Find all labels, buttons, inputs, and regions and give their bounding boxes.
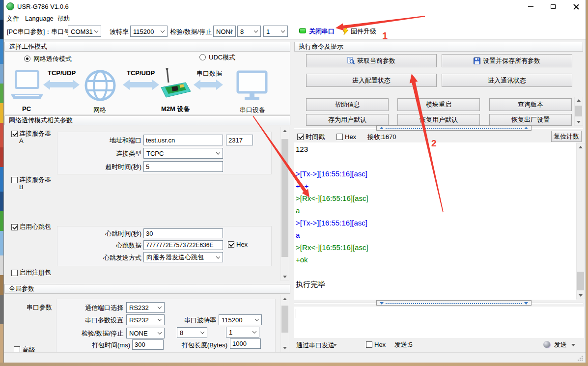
tcp-udp-label-1: TCP/UDP xyxy=(48,69,76,77)
log-line: 执行完毕 xyxy=(296,278,574,290)
parity-global-select[interactable]: NONE xyxy=(126,328,165,338)
commands-header: 执行命令及提示 xyxy=(294,42,583,52)
serial-set-select[interactable]: RS232 xyxy=(126,314,165,325)
radio-transparent-mode[interactable] xyxy=(24,56,30,62)
get-params-button[interactable]: 获取当前参数 xyxy=(306,54,437,67)
splitter-arrow-icon[interactable] xyxy=(380,127,384,129)
scroll-down-icon[interactable] xyxy=(283,276,287,278)
scroll-up-icon[interactable] xyxy=(577,99,581,102)
scroll-up-icon[interactable] xyxy=(283,298,287,300)
conn-type-select[interactable]: TCPC xyxy=(143,148,223,159)
save-user-default-button[interactable]: 存为用户默认 xyxy=(306,114,389,126)
close-button[interactable] xyxy=(568,0,584,13)
timeout-input[interactable] xyxy=(143,161,223,172)
hb-time-input[interactable] xyxy=(143,228,223,238)
scrollbar-thumb[interactable] xyxy=(577,272,584,290)
resize-grip[interactable] xyxy=(578,356,583,361)
help-info-button[interactable]: 帮助信息 xyxy=(306,98,389,111)
scroll-down-icon[interactable] xyxy=(283,347,287,349)
chevron-down-icon xyxy=(216,150,220,154)
chevron-down-icon xyxy=(252,329,256,333)
com-port-select[interactable]: COM31 xyxy=(68,26,101,37)
udc-mode-label: UDC模式 xyxy=(209,54,235,61)
hb-mode-select[interactable]: 向服务器发送心跳包 xyxy=(143,252,223,262)
scroll-up-icon[interactable] xyxy=(579,146,583,148)
save-params-button[interactable]: 设置并保存所有参数 xyxy=(442,54,572,67)
send-via-caret-icon[interactable] xyxy=(333,344,337,346)
send-via-dropdown[interactable]: 通过串口发送 xyxy=(296,341,335,349)
arrow-left xyxy=(43,80,80,90)
scroll-down-icon[interactable] xyxy=(579,294,583,297)
app-icon xyxy=(6,2,14,10)
tcp-udp-label-2: TCP/UDP xyxy=(127,69,155,77)
data-bits-global-select[interactable]: 8 xyxy=(177,327,207,338)
comm-port-type-select[interactable]: RS232 xyxy=(126,302,165,313)
serial-data-label: 串口数据 xyxy=(196,70,222,77)
serial-open-indicator xyxy=(299,28,306,33)
serial-set-label: 串口参数设置 xyxy=(68,316,123,324)
com-port-value: COM31 xyxy=(71,28,93,35)
parity-select[interactable]: NONI xyxy=(213,26,236,37)
query-version-button[interactable]: 查询版本 xyxy=(489,98,572,111)
send-hex-checkbox[interactable] xyxy=(366,341,372,348)
server-a-checkbox[interactable] xyxy=(11,131,18,137)
heartbeat-checkbox[interactable] xyxy=(11,224,18,230)
scrollbar-thumb[interactable] xyxy=(281,306,288,333)
register-checkbox[interactable] xyxy=(11,270,18,276)
send-input-area[interactable] xyxy=(294,307,584,338)
send-button[interactable]: 发送 xyxy=(554,341,567,348)
title-bar[interactable]: USR-G786 V1.0.6 xyxy=(4,0,586,13)
stop-bits-global-select[interactable]: 1 xyxy=(226,327,259,338)
menu-language[interactable]: Language xyxy=(25,15,54,22)
menu-file[interactable]: 文件 xyxy=(6,15,19,22)
menu-help[interactable]: 帮助 xyxy=(57,15,70,22)
radio-udc-mode[interactable] xyxy=(199,54,206,60)
chevron-down-icon xyxy=(200,330,204,334)
commands-scrollbar[interactable] xyxy=(574,97,583,126)
minimize-button[interactable] xyxy=(523,0,538,13)
factory-reset-button[interactable]: 恢复出厂设置 xyxy=(489,114,572,126)
restore-user-default-button[interactable]: 恢复用户默认 xyxy=(397,114,480,126)
splitter-arrow-icon[interactable] xyxy=(524,127,528,129)
scroll-up-icon[interactable] xyxy=(283,130,287,132)
port-input[interactable] xyxy=(226,135,253,145)
addr-input[interactable] xyxy=(143,135,223,145)
send-caret-icon[interactable] xyxy=(571,344,575,346)
log-scrollbar[interactable] xyxy=(576,143,585,299)
scrollbar-thumb[interactable] xyxy=(575,106,582,116)
module-restart-button[interactable]: 模块重启 xyxy=(397,98,480,111)
net-params-scrollbar[interactable] xyxy=(280,127,289,281)
server-b-checkbox[interactable] xyxy=(11,177,18,183)
log-hex-checkbox[interactable] xyxy=(336,134,343,140)
log-line: >[Tx->][16:55:16][asc] xyxy=(296,168,574,180)
pack-time-input[interactable] xyxy=(132,339,164,350)
serial-baud-select[interactable]: 115200 xyxy=(219,314,262,325)
hb-data-input[interactable] xyxy=(143,240,223,250)
global-params-scrollbar[interactable] xyxy=(280,295,289,352)
window-title: USR-G786 V1.0.6 xyxy=(17,3,69,10)
server-a-suffix: A xyxy=(19,137,24,144)
pack-len-input[interactable] xyxy=(230,338,261,349)
maximize-button[interactable] xyxy=(545,0,561,13)
log-lines[interactable]: 123 >[Tx->][16:55:16][asc]+++>[Rx<-][16:… xyxy=(296,143,574,299)
baud-select[interactable]: 115200 xyxy=(130,26,168,37)
close-serial-link[interactable]: 关闭串口 xyxy=(309,28,335,35)
lightning-icon xyxy=(342,27,349,35)
scroll-down-icon[interactable] xyxy=(577,121,581,123)
splitter-arrow-icon[interactable] xyxy=(524,302,528,305)
scrollbar-thumb[interactable] xyxy=(281,139,288,257)
hb-hex-checkbox[interactable] xyxy=(228,241,234,248)
firmware-upgrade-link[interactable]: 固件升级 xyxy=(351,28,376,35)
log-splitter[interactable] xyxy=(376,125,532,131)
send-splitter[interactable] xyxy=(376,300,532,306)
reset-count-button[interactable]: 复位计数 xyxy=(551,131,582,142)
splitter-arrow-icon[interactable] xyxy=(380,302,384,305)
timestamp-checkbox[interactable] xyxy=(297,134,304,140)
serial-baud-label: 串口波特率 xyxy=(177,316,216,324)
enter-comm-button[interactable]: 进入通讯状态 xyxy=(442,74,572,87)
data-bits-select[interactable]: 8 xyxy=(237,26,261,37)
stop-bits-select[interactable]: 1 xyxy=(263,26,288,37)
m2m-device-icon xyxy=(161,68,191,97)
enter-config-button[interactable]: 进入配置状态 xyxy=(306,74,437,87)
check-data-stop-label: 检验/数据/停止 xyxy=(170,28,212,35)
